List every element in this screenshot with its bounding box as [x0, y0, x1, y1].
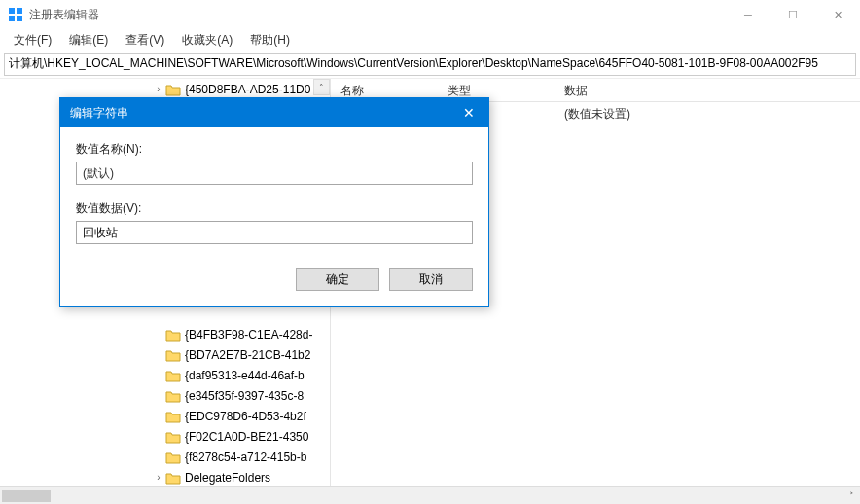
expander-icon[interactable]: ›	[152, 84, 165, 94]
folder-icon	[165, 369, 181, 382]
address-bar[interactable]: 计算机\HKEY_LOCAL_MACHINE\SOFTWARE\Microsof…	[4, 53, 856, 76]
cancel-button[interactable]: 取消	[389, 268, 473, 291]
tree-item[interactable]: {e345f35f-9397-435c-8	[0, 385, 330, 406]
tree-item-label: {450D8FBA-AD25-11D0	[185, 83, 310, 96]
tree-item[interactable]: {daf95313-e44d-46af-b	[0, 365, 330, 385]
tree-item-label: {daf95313-e44d-46af-b	[185, 369, 305, 382]
tree-item[interactable]: {B4FB3F98-C1EA-428d-	[0, 324, 330, 344]
value-name-input[interactable]	[76, 162, 473, 185]
value-data-label: 数值数据(V):	[76, 200, 473, 217]
scroll-right-button[interactable]: ˃	[843, 487, 860, 504]
folder-icon	[165, 348, 181, 362]
tree-item-label: {F02C1A0D-BE21-4350	[185, 430, 308, 444]
svg-rect-1	[17, 8, 22, 14]
scrollbar-thumb[interactable]	[2, 490, 51, 502]
svg-rect-3	[17, 16, 22, 21]
app-icon	[8, 7, 23, 22]
folder-icon	[165, 328, 181, 342]
menu-file[interactable]: 文件(F)	[6, 30, 59, 51]
window-titlebar: 注册表编辑器 ─ ☐ ✕	[0, 0, 860, 29]
menu-help[interactable]: 帮助(H)	[242, 30, 298, 51]
dialog-close-button[interactable]: ✕	[449, 98, 488, 127]
menubar: 文件(F) 编辑(E) 查看(V) 收藏夹(A) 帮助(H)	[0, 29, 860, 51]
folder-icon	[165, 471, 181, 485]
ok-button[interactable]: 确定	[296, 268, 379, 291]
close-button[interactable]: ✕	[815, 0, 860, 29]
tree-item-label: {e345f35f-9397-435c-8	[185, 389, 304, 403]
maximize-button[interactable]: ☐	[770, 0, 815, 29]
tree-item[interactable]: {f8278c54-a712-415b-b	[0, 447, 330, 467]
folder-icon	[165, 389, 181, 403]
dialog-title: 编辑字符串	[70, 105, 449, 122]
value-data-input[interactable]	[76, 221, 473, 244]
tree-item[interactable]: › {450D8FBA-AD25-11D0	[0, 79, 330, 99]
dialog-body: 数值名称(N): 数值数据(V): 确定 取消	[60, 127, 488, 306]
horizontal-scrollbar[interactable]: ˃	[0, 486, 860, 504]
window-controls: ─ ☐ ✕	[726, 0, 860, 29]
tree-item[interactable]: {BD7A2E7B-21CB-41b2	[0, 344, 330, 365]
tree-item[interactable]: › DelegateFolders	[0, 467, 330, 486]
expander-icon[interactable]: ›	[152, 472, 165, 483]
tree-item[interactable]: {EDC978D6-4D53-4b2f	[0, 406, 330, 426]
value-name-label: 数值名称(N):	[76, 141, 473, 158]
menu-edit[interactable]: 编辑(E)	[61, 30, 116, 51]
tree-item-label: DelegateFolders	[185, 471, 270, 485]
row-data: (数值未设置)	[564, 106, 630, 123]
column-data[interactable]: 数据	[555, 79, 860, 101]
edit-string-dialog: 编辑字符串 ✕ 数值名称(N): 数值数据(V): 确定 取消	[59, 97, 489, 307]
tree-item-label: {EDC978D6-4D53-4b2f	[185, 410, 306, 423]
tree-item-label: {f8278c54-a712-415b-b	[185, 450, 306, 464]
folder-icon	[165, 83, 181, 96]
svg-rect-0	[9, 8, 15, 14]
folder-icon	[165, 410, 181, 423]
svg-rect-2	[9, 16, 15, 21]
window-title: 注册表编辑器	[29, 7, 726, 23]
tree-item-label: {B4FB3F98-C1EA-428d-	[185, 328, 312, 342]
tree-item-label: {BD7A2E7B-21CB-41b2	[185, 348, 310, 362]
menu-favorites[interactable]: 收藏夹(A)	[174, 30, 240, 51]
folder-icon	[165, 450, 181, 464]
menu-view[interactable]: 查看(V)	[118, 30, 172, 51]
dialog-buttons: 确定 取消	[76, 268, 473, 291]
dialog-titlebar[interactable]: 编辑字符串 ✕	[60, 98, 488, 127]
tree-item[interactable]: {F02C1A0D-BE21-4350	[0, 426, 330, 447]
minimize-button[interactable]: ─	[726, 0, 770, 29]
folder-icon	[165, 430, 181, 444]
